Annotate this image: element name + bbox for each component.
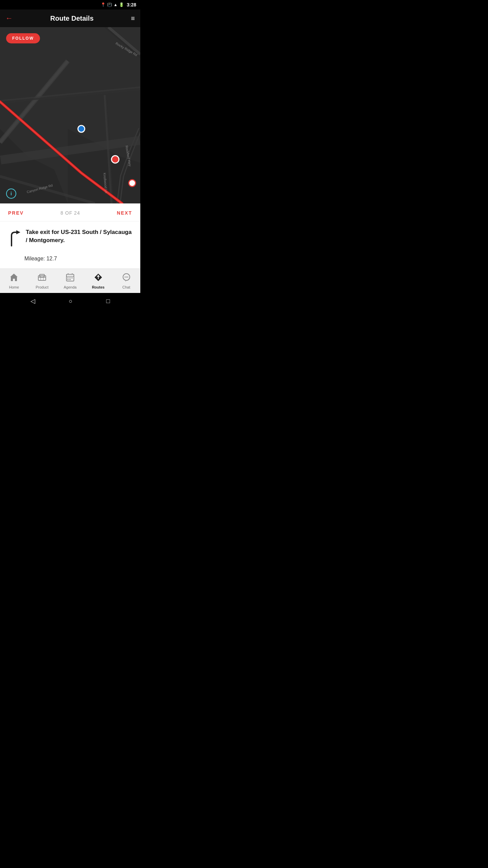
product-icon (38, 273, 46, 284)
svg-point-41 (124, 276, 125, 277)
battery-icon: 🔋 (119, 2, 124, 7)
turn-right-icon (7, 230, 20, 250)
android-home-button[interactable]: ○ (69, 298, 73, 305)
location-icon: 📍 (101, 2, 106, 7)
svg-point-15 (129, 180, 136, 186)
status-time: 3:28 (127, 2, 136, 7)
page-title: Route Details (50, 15, 94, 22)
nav-label-chat: Chat (122, 285, 130, 289)
android-recent-button[interactable]: □ (106, 298, 110, 305)
nav-item-home[interactable]: Home (0, 273, 28, 289)
signal-icon: ▲ (114, 2, 118, 7)
svg-point-43 (127, 276, 128, 277)
svg-marker-22 (10, 274, 18, 281)
svg-point-42 (126, 276, 127, 277)
android-back-button[interactable]: ◁ (30, 297, 35, 305)
back-button[interactable]: ← (5, 15, 13, 22)
svg-point-13 (78, 125, 85, 132)
nav-label-product: Product (36, 285, 48, 289)
nav-item-agenda[interactable]: Agenda (56, 273, 84, 289)
svg-point-14 (111, 156, 119, 163)
map-container: Old Rockford Rd Rocky Ridge Rd Rockford … (0, 27, 140, 203)
nav-item-chat[interactable]: Chat (112, 273, 140, 289)
nav-label-agenda: Agenda (64, 285, 77, 289)
routes-icon (94, 273, 103, 284)
svg-rect-32 (67, 277, 68, 278)
top-nav: ← Route Details ≡ (0, 9, 140, 27)
svg-rect-33 (69, 277, 70, 278)
info-button[interactable]: i (6, 189, 16, 199)
vibrate-icon: 📳 (107, 2, 112, 7)
svg-rect-34 (72, 277, 73, 278)
nav-item-product[interactable]: Product (28, 273, 56, 289)
map-svg: Old Rockford Rd Rocky Ridge Rd Rockford … (0, 27, 140, 203)
step-count: 8 OF 24 (61, 210, 80, 216)
navigation-section: PREV 8 OF 24 NEXT Take exit for US-231 S… (0, 203, 140, 269)
home-icon (9, 273, 18, 284)
svg-rect-35 (67, 279, 68, 280)
prev-button[interactable]: PREV (8, 210, 24, 216)
status-bar: 📍 📳 ▲ 🔋 3:28 (0, 0, 140, 9)
pagination-row: PREV 8 OF 24 NEXT (0, 203, 140, 221)
bottom-nav: Home Product (0, 269, 140, 293)
svg-marker-21 (16, 230, 20, 234)
svg-rect-36 (69, 279, 70, 280)
svg-rect-39 (98, 276, 99, 279)
mileage-text: Mileage: 12.7 (0, 252, 140, 269)
next-button[interactable]: NEXT (117, 210, 132, 216)
nav-label-routes: Routes (92, 285, 104, 289)
direction-text: Take exit for US-231 South / Sylacauga /… (26, 228, 134, 244)
direction-card: Take exit for US-231 South / Sylacauga /… (0, 221, 140, 252)
menu-button[interactable]: ≡ (131, 15, 135, 22)
chat-icon (122, 273, 131, 284)
nav-item-routes[interactable]: Routes (84, 273, 112, 289)
android-bar: ◁ ○ □ (0, 293, 140, 309)
agenda-icon (66, 273, 75, 284)
follow-button[interactable]: FOLLOW (6, 33, 40, 43)
nav-label-home: Home (9, 285, 19, 289)
status-icons: 📍 📳 ▲ 🔋 3:28 (101, 2, 136, 7)
